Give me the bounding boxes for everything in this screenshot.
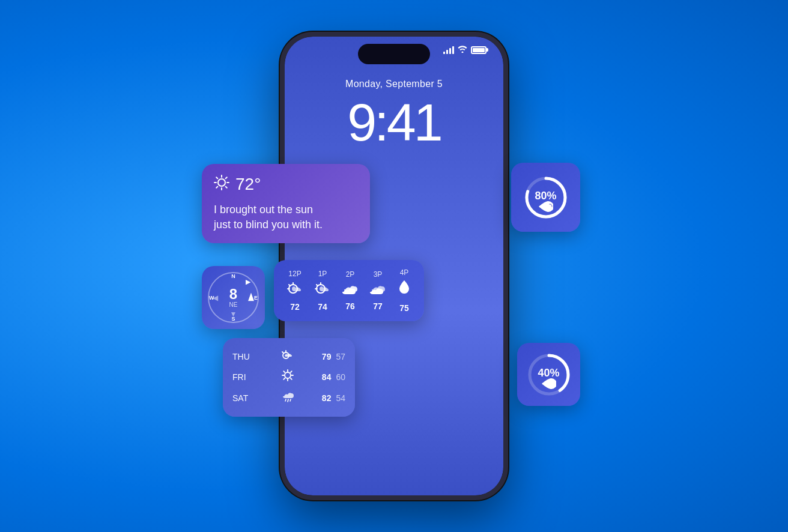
signal-bar-1 bbox=[443, 52, 445, 54]
svg-line-5 bbox=[216, 177, 217, 178]
compass-arrow-bottom-icon: ▼ bbox=[230, 310, 237, 318]
humidity-card-2: 40% bbox=[517, 343, 580, 406]
wifi-icon bbox=[458, 45, 467, 55]
daily-day-1: FRI bbox=[232, 372, 253, 382]
date-display: Monday, September 5 bbox=[345, 79, 443, 89]
temperature-display: 72° bbox=[235, 175, 261, 194]
phone-screen: Monday, September 5 9:41 bbox=[285, 37, 503, 495]
signal-bar-3 bbox=[449, 48, 451, 54]
svg-point-35 bbox=[530, 355, 568, 394]
dynamic-island bbox=[358, 44, 430, 64]
status-bar bbox=[443, 45, 486, 55]
daily-day-2: SAT bbox=[232, 393, 253, 403]
svg-line-8 bbox=[216, 187, 217, 188]
svg-point-0 bbox=[218, 179, 225, 186]
compass-south: S bbox=[231, 316, 235, 322]
compass-arrow-left-icon: ◀ bbox=[213, 294, 218, 302]
signal-bar-2 bbox=[446, 50, 448, 54]
svg-line-6 bbox=[226, 187, 227, 188]
svg-line-7 bbox=[226, 177, 227, 178]
humidity-circle: 80% bbox=[522, 174, 570, 222]
signal-bar-4 bbox=[452, 46, 454, 54]
phone-container: Monday, September 5 9:41 bbox=[280, 32, 508, 500]
svg-point-10 bbox=[527, 178, 565, 217]
compass-direction: NE bbox=[229, 301, 238, 308]
humidity-card: 80% bbox=[511, 163, 580, 232]
phone-frame: Monday, September 5 9:41 bbox=[280, 32, 508, 500]
compass-east: E bbox=[254, 295, 258, 301]
battery-icon bbox=[471, 46, 486, 54]
humidity-water-icon bbox=[540, 199, 552, 217]
compass-north: N bbox=[231, 273, 235, 279]
svg-point-36 bbox=[530, 355, 568, 394]
compass-directions: N S E W bbox=[208, 272, 259, 323]
compass-arrow-right-icon bbox=[248, 292, 254, 303]
compass-card: N S E W ◀ ▼ 8 NE ▶ bbox=[202, 266, 265, 329]
humidity-water-icon-2 bbox=[543, 376, 555, 394]
compass-speed: 8 bbox=[229, 287, 238, 301]
sun-icon bbox=[214, 175, 229, 194]
time-display: 9:41 bbox=[347, 92, 440, 153]
compass-ring bbox=[208, 272, 259, 323]
svg-point-9 bbox=[527, 178, 565, 217]
battery-fill bbox=[473, 48, 485, 52]
compass-ne-arrow-icon: ▶ bbox=[246, 278, 250, 286]
humidity-circle-2: 40% bbox=[525, 351, 573, 399]
daily-day-0: THU bbox=[232, 352, 253, 361]
compass-inner: N S E W ◀ ▼ 8 NE ▶ bbox=[208, 272, 259, 323]
signal-icon bbox=[443, 46, 454, 54]
humidity-percent: 80% bbox=[535, 190, 556, 202]
humidity-percent-2: 40% bbox=[538, 367, 559, 379]
svg-marker-11 bbox=[248, 292, 254, 301]
compass-west: W bbox=[209, 295, 214, 301]
compass-center: 8 NE bbox=[229, 287, 238, 308]
